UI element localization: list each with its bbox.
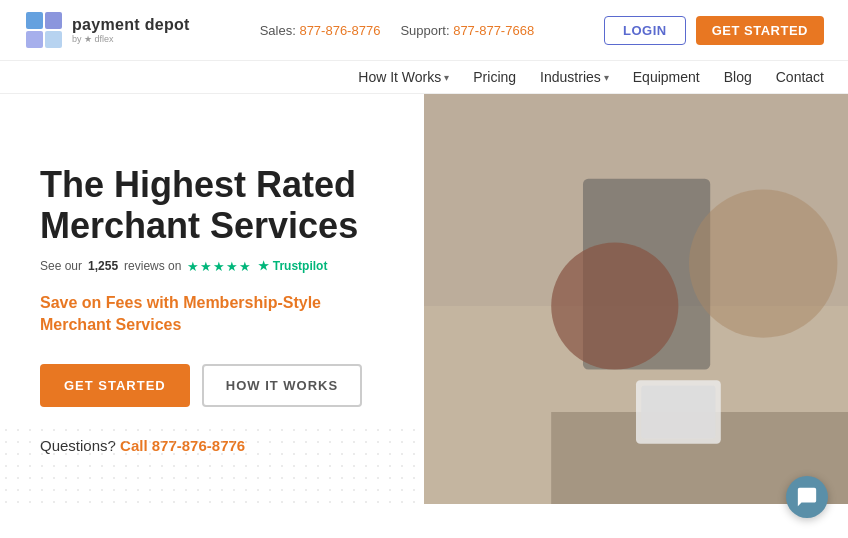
svg-rect-3 <box>45 31 62 48</box>
trustpilot-logo: ★ Trustpilot <box>258 259 327 273</box>
svg-point-21 <box>684 229 784 339</box>
svg-rect-13 <box>657 337 721 392</box>
svg-rect-1 <box>45 12 62 29</box>
svg-rect-7 <box>724 114 739 134</box>
logo-icon <box>24 10 64 50</box>
trustpilot-pre: See our <box>40 259 82 273</box>
top-actions: LOGIN GET STARTED <box>604 16 824 45</box>
merchant-photo <box>424 94 848 504</box>
dots-pattern <box>0 424 424 504</box>
hero-image <box>424 94 848 504</box>
hero-how-it-works-button[interactable]: HOW IT WORKS <box>202 364 362 407</box>
top-bar: payment depot by ★ dflex Sales: 877-876-… <box>0 0 848 61</box>
svg-rect-8 <box>744 109 756 134</box>
svg-rect-27 <box>819 364 829 394</box>
svg-rect-9 <box>764 119 782 134</box>
svg-point-23 <box>715 190 763 238</box>
chevron-down-icon-2: ▾ <box>604 72 609 83</box>
svg-rect-2 <box>26 31 43 48</box>
hero-buttons: GET STARTED HOW IT WORKS <box>40 364 392 407</box>
hero-left: The Highest Rated Merchant Services See … <box>0 94 424 504</box>
nav-item-industries[interactable]: Industries ▾ <box>540 69 609 85</box>
hero-get-started-button[interactable]: GET STARTED <box>40 364 190 407</box>
chevron-down-icon: ▾ <box>444 72 449 83</box>
svg-point-24 <box>713 181 765 217</box>
svg-rect-5 <box>424 94 848 314</box>
hero-subtitle: Save on Fees with Membership-Style Merch… <box>40 292 392 337</box>
logo-text: payment depot by ★ dflex <box>72 16 190 44</box>
trustpilot-row: See our 1,255 reviews on ★★★★★ ★ Trustpi… <box>40 259 392 274</box>
top-contact: Sales: 877-876-8776 Support: 877-877-766… <box>260 23 534 38</box>
logo-name: payment depot <box>72 16 190 34</box>
nav-item-equipment[interactable]: Equipment <box>633 69 700 85</box>
svg-rect-6 <box>704 134 784 144</box>
svg-rect-11 <box>424 399 848 411</box>
support-label: Support: 877-877-7668 <box>400 23 534 38</box>
logo-area: payment depot by ★ dflex <box>24 10 190 50</box>
svg-rect-0 <box>26 12 43 29</box>
nav-get-started-button[interactable]: GET STARTED <box>696 16 824 45</box>
main-nav: How It Works ▾ Pricing Industries ▾ Equi… <box>358 69 824 85</box>
login-button[interactable]: LOGIN <box>604 16 686 45</box>
svg-point-26 <box>799 319 848 369</box>
nav-item-contact[interactable]: Contact <box>776 69 824 85</box>
sales-phone[interactable]: 877-876-8776 <box>299 23 380 38</box>
trustpilot-mid: reviews on <box>124 259 181 273</box>
nav-item-pricing[interactable]: Pricing <box>473 69 516 85</box>
svg-point-20 <box>572 187 616 231</box>
svg-rect-14 <box>661 341 717 388</box>
support-phone[interactable]: 877-877-7668 <box>453 23 534 38</box>
sales-label: Sales: 877-876-8776 <box>260 23 381 38</box>
chat-bubble[interactable] <box>786 476 828 518</box>
svg-rect-10 <box>424 404 848 504</box>
trustpilot-stars: ★★★★★ <box>187 259 252 274</box>
svg-point-19 <box>566 181 622 237</box>
svg-rect-4 <box>424 94 848 504</box>
svg-rect-17 <box>589 359 644 399</box>
hero-section: The Highest Rated Merchant Services See … <box>0 94 848 504</box>
svg-rect-15 <box>662 342 716 387</box>
svg-point-22 <box>709 184 769 244</box>
svg-rect-12 <box>654 334 724 424</box>
nav-bar: How It Works ▾ Pricing Industries ▾ Equi… <box>0 61 848 94</box>
hero-title: The Highest Rated Merchant Services <box>40 164 392 247</box>
svg-rect-16 <box>584 354 649 424</box>
svg-point-18 <box>549 224 639 324</box>
trustpilot-count: 1,255 <box>88 259 118 273</box>
svg-rect-25 <box>614 273 696 313</box>
logo-sub: by ★ dflex <box>72 34 190 44</box>
nav-item-how-it-works[interactable]: How It Works ▾ <box>358 69 449 85</box>
nav-item-blog[interactable]: Blog <box>724 69 752 85</box>
